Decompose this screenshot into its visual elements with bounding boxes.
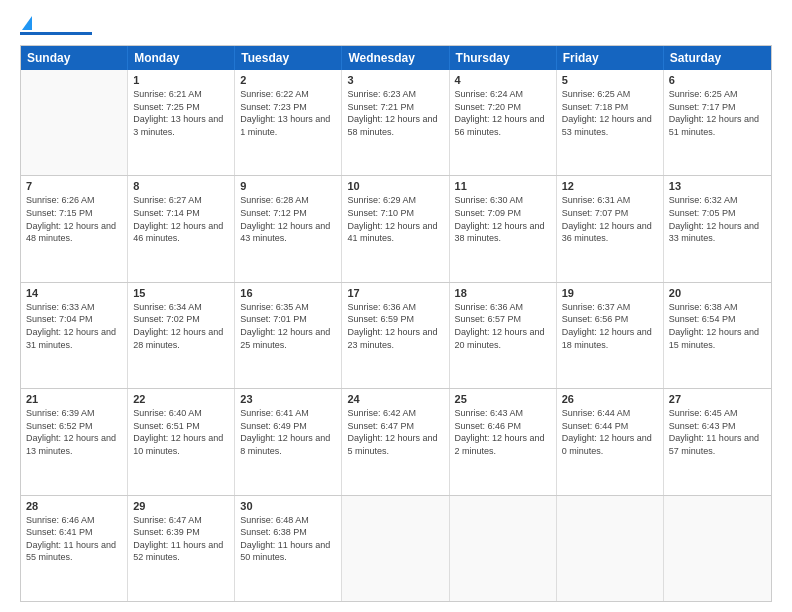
day-info: Sunrise: 6:29 AMSunset: 7:10 PMDaylight:… [347, 194, 443, 244]
cal-cell: 26Sunrise: 6:44 AMSunset: 6:44 PMDayligh… [557, 389, 664, 494]
day-number: 27 [669, 393, 766, 405]
day-number: 10 [347, 180, 443, 192]
cal-header-day: Friday [557, 46, 664, 70]
day-number: 14 [26, 287, 122, 299]
cal-header-day: Tuesday [235, 46, 342, 70]
day-number: 15 [133, 287, 229, 299]
day-number: 24 [347, 393, 443, 405]
day-info: Sunrise: 6:42 AMSunset: 6:47 PMDaylight:… [347, 407, 443, 457]
cal-cell [342, 496, 449, 601]
cal-cell: 20Sunrise: 6:38 AMSunset: 6:54 PMDayligh… [664, 283, 771, 388]
day-info: Sunrise: 6:35 AMSunset: 7:01 PMDaylight:… [240, 301, 336, 351]
cal-header-day: Wednesday [342, 46, 449, 70]
cal-week-row: 1Sunrise: 6:21 AMSunset: 7:25 PMDaylight… [21, 70, 771, 175]
cal-cell: 23Sunrise: 6:41 AMSunset: 6:49 PMDayligh… [235, 389, 342, 494]
cal-week-row: 21Sunrise: 6:39 AMSunset: 6:52 PMDayligh… [21, 388, 771, 494]
day-number: 9 [240, 180, 336, 192]
day-info: Sunrise: 6:33 AMSunset: 7:04 PMDaylight:… [26, 301, 122, 351]
day-info: Sunrise: 6:48 AMSunset: 6:38 PMDaylight:… [240, 514, 336, 564]
day-number: 1 [133, 74, 229, 86]
cal-cell: 15Sunrise: 6:34 AMSunset: 7:02 PMDayligh… [128, 283, 235, 388]
cal-cell [450, 496, 557, 601]
day-number: 3 [347, 74, 443, 86]
day-info: Sunrise: 6:36 AMSunset: 6:59 PMDaylight:… [347, 301, 443, 351]
day-info: Sunrise: 6:43 AMSunset: 6:46 PMDaylight:… [455, 407, 551, 457]
day-info: Sunrise: 6:30 AMSunset: 7:09 PMDaylight:… [455, 194, 551, 244]
page: SundayMondayTuesdayWednesdayThursdayFrid… [0, 0, 792, 612]
day-info: Sunrise: 6:24 AMSunset: 7:20 PMDaylight:… [455, 88, 551, 138]
day-number: 28 [26, 500, 122, 512]
cal-header-day: Saturday [664, 46, 771, 70]
calendar-header: SundayMondayTuesdayWednesdayThursdayFrid… [21, 46, 771, 70]
header [20, 18, 772, 35]
cal-cell [557, 496, 664, 601]
day-number: 29 [133, 500, 229, 512]
calendar: SundayMondayTuesdayWednesdayThursdayFrid… [20, 45, 772, 602]
day-number: 18 [455, 287, 551, 299]
day-info: Sunrise: 6:34 AMSunset: 7:02 PMDaylight:… [133, 301, 229, 351]
cal-cell: 10Sunrise: 6:29 AMSunset: 7:10 PMDayligh… [342, 176, 449, 281]
cal-cell: 7Sunrise: 6:26 AMSunset: 7:15 PMDaylight… [21, 176, 128, 281]
day-info: Sunrise: 6:47 AMSunset: 6:39 PMDaylight:… [133, 514, 229, 564]
cal-cell: 17Sunrise: 6:36 AMSunset: 6:59 PMDayligh… [342, 283, 449, 388]
day-number: 17 [347, 287, 443, 299]
calendar-body: 1Sunrise: 6:21 AMSunset: 7:25 PMDaylight… [21, 70, 771, 601]
cal-week-row: 14Sunrise: 6:33 AMSunset: 7:04 PMDayligh… [21, 282, 771, 388]
cal-cell: 12Sunrise: 6:31 AMSunset: 7:07 PMDayligh… [557, 176, 664, 281]
cal-cell: 24Sunrise: 6:42 AMSunset: 6:47 PMDayligh… [342, 389, 449, 494]
cal-cell: 14Sunrise: 6:33 AMSunset: 7:04 PMDayligh… [21, 283, 128, 388]
cal-cell: 30Sunrise: 6:48 AMSunset: 6:38 PMDayligh… [235, 496, 342, 601]
day-info: Sunrise: 6:31 AMSunset: 7:07 PMDaylight:… [562, 194, 658, 244]
cal-cell: 16Sunrise: 6:35 AMSunset: 7:01 PMDayligh… [235, 283, 342, 388]
day-number: 11 [455, 180, 551, 192]
day-info: Sunrise: 6:45 AMSunset: 6:43 PMDaylight:… [669, 407, 766, 457]
day-number: 6 [669, 74, 766, 86]
day-info: Sunrise: 6:25 AMSunset: 7:18 PMDaylight:… [562, 88, 658, 138]
cal-header-day: Monday [128, 46, 235, 70]
cal-cell [664, 496, 771, 601]
cal-cell: 29Sunrise: 6:47 AMSunset: 6:39 PMDayligh… [128, 496, 235, 601]
day-number: 5 [562, 74, 658, 86]
cal-cell: 13Sunrise: 6:32 AMSunset: 7:05 PMDayligh… [664, 176, 771, 281]
day-number: 7 [26, 180, 122, 192]
day-number: 19 [562, 287, 658, 299]
cal-cell: 9Sunrise: 6:28 AMSunset: 7:12 PMDaylight… [235, 176, 342, 281]
day-info: Sunrise: 6:23 AMSunset: 7:21 PMDaylight:… [347, 88, 443, 138]
cal-cell: 3Sunrise: 6:23 AMSunset: 7:21 PMDaylight… [342, 70, 449, 175]
logo-line [20, 32, 92, 35]
cal-cell: 28Sunrise: 6:46 AMSunset: 6:41 PMDayligh… [21, 496, 128, 601]
day-number: 26 [562, 393, 658, 405]
day-number: 25 [455, 393, 551, 405]
logo-text [20, 18, 32, 30]
cal-cell: 5Sunrise: 6:25 AMSunset: 7:18 PMDaylight… [557, 70, 664, 175]
cal-cell: 4Sunrise: 6:24 AMSunset: 7:20 PMDaylight… [450, 70, 557, 175]
day-number: 2 [240, 74, 336, 86]
day-number: 4 [455, 74, 551, 86]
day-number: 23 [240, 393, 336, 405]
cal-cell: 18Sunrise: 6:36 AMSunset: 6:57 PMDayligh… [450, 283, 557, 388]
cal-cell: 22Sunrise: 6:40 AMSunset: 6:51 PMDayligh… [128, 389, 235, 494]
day-info: Sunrise: 6:38 AMSunset: 6:54 PMDaylight:… [669, 301, 766, 351]
day-info: Sunrise: 6:40 AMSunset: 6:51 PMDaylight:… [133, 407, 229, 457]
day-number: 30 [240, 500, 336, 512]
logo [20, 18, 92, 35]
cal-week-row: 7Sunrise: 6:26 AMSunset: 7:15 PMDaylight… [21, 175, 771, 281]
cal-header-day: Thursday [450, 46, 557, 70]
day-number: 8 [133, 180, 229, 192]
cal-cell: 21Sunrise: 6:39 AMSunset: 6:52 PMDayligh… [21, 389, 128, 494]
day-info: Sunrise: 6:37 AMSunset: 6:56 PMDaylight:… [562, 301, 658, 351]
cal-cell: 1Sunrise: 6:21 AMSunset: 7:25 PMDaylight… [128, 70, 235, 175]
logo-triangle-icon [22, 16, 32, 30]
day-number: 16 [240, 287, 336, 299]
day-number: 20 [669, 287, 766, 299]
cal-cell: 27Sunrise: 6:45 AMSunset: 6:43 PMDayligh… [664, 389, 771, 494]
cal-header-day: Sunday [21, 46, 128, 70]
day-number: 22 [133, 393, 229, 405]
cal-cell: 11Sunrise: 6:30 AMSunset: 7:09 PMDayligh… [450, 176, 557, 281]
day-info: Sunrise: 6:28 AMSunset: 7:12 PMDaylight:… [240, 194, 336, 244]
cal-cell [21, 70, 128, 175]
day-info: Sunrise: 6:21 AMSunset: 7:25 PMDaylight:… [133, 88, 229, 138]
cal-cell: 6Sunrise: 6:25 AMSunset: 7:17 PMDaylight… [664, 70, 771, 175]
cal-cell: 8Sunrise: 6:27 AMSunset: 7:14 PMDaylight… [128, 176, 235, 281]
day-info: Sunrise: 6:44 AMSunset: 6:44 PMDaylight:… [562, 407, 658, 457]
